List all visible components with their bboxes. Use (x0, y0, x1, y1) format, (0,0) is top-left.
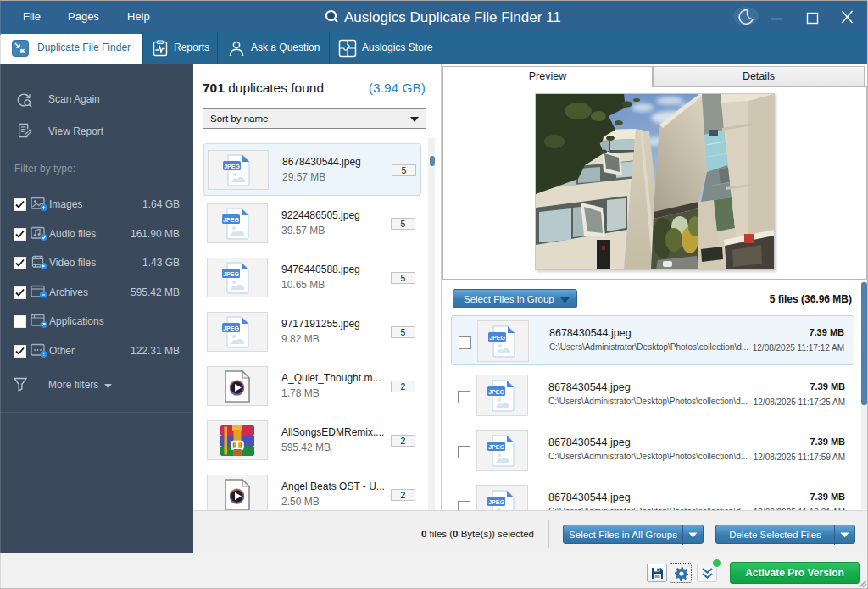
svg-text:JPEG: JPEG (223, 216, 239, 222)
svg-text:JPEG: JPEG (224, 163, 240, 169)
svg-text:JPEG: JPEG (488, 443, 504, 449)
svg-text:JPEG: JPEG (223, 270, 239, 276)
svg-text:JPEG: JPEG (488, 388, 504, 394)
svg-text:JPEG: JPEG (489, 334, 505, 340)
svg-text:JPEG: JPEG (488, 498, 504, 504)
svg-text:JPEG: JPEG (223, 325, 239, 331)
